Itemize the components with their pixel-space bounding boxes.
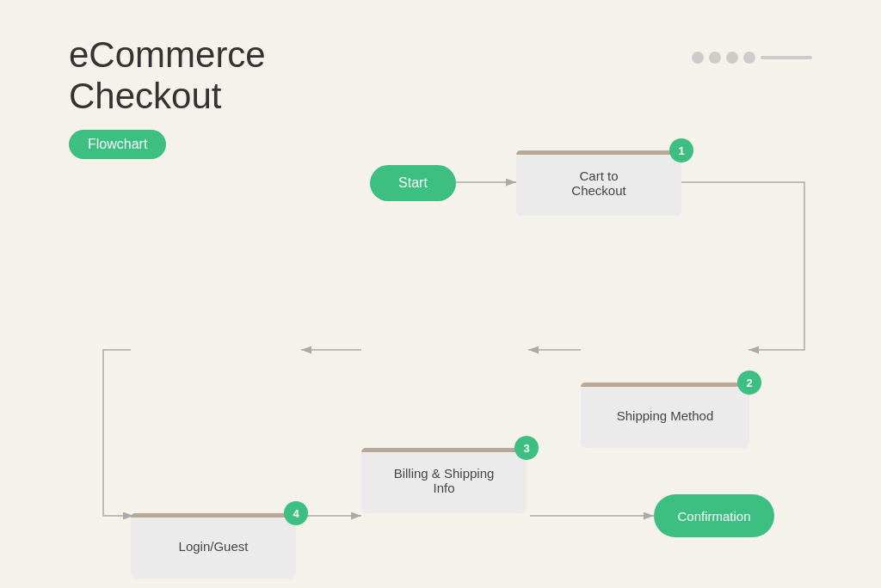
node-confirmation: Confirmation	[654, 494, 774, 537]
badge-3: 3	[514, 436, 539, 460]
flowchart-badge[interactable]: Flowchart	[69, 130, 166, 159]
badge-2: 2	[737, 371, 761, 395]
node-login-guest: Login/Guest 4	[131, 513, 296, 579]
top-decoration	[692, 52, 812, 64]
node-billing-shipping: Billing & Shipping Info 3	[361, 448, 527, 513]
node-cart-to-checkout: Cart to Checkout 1	[516, 150, 681, 216]
dot	[743, 52, 755, 64]
dot	[692, 52, 704, 64]
title-area: eCommerce Checkout Flowchart	[69, 34, 266, 159]
dot-line	[761, 56, 812, 59]
dot	[726, 52, 738, 64]
dot	[709, 52, 721, 64]
start-node: Start	[370, 165, 456, 201]
badge-4: 4	[284, 501, 308, 525]
node-shipping-method: Shipping Method 2	[581, 383, 749, 448]
page: eCommerce Checkout Flowchart Start	[0, 0, 881, 588]
main-title: eCommerce Checkout	[69, 34, 266, 118]
badge-1: 1	[669, 138, 693, 162]
